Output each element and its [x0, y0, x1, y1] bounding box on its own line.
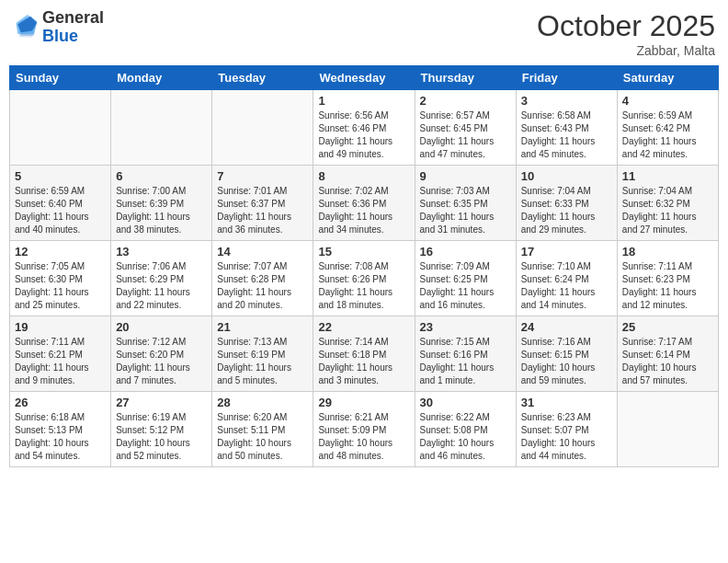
day-number: 29: [318, 396, 409, 409]
day-info: Sunrise: 7:15 AM Sunset: 6:16 PM Dayligh…: [420, 336, 511, 387]
calendar-cell: 9Sunrise: 7:03 AM Sunset: 6:35 PM Daylig…: [415, 166, 516, 241]
column-header-tuesday: Tuesday: [212, 66, 313, 90]
calendar-cell: 7Sunrise: 7:01 AM Sunset: 6:37 PM Daylig…: [212, 166, 313, 241]
day-number: 19: [15, 320, 106, 334]
calendar-cell: 28Sunrise: 6:20 AM Sunset: 5:11 PM Dayli…: [212, 392, 313, 467]
calendar-cell: 30Sunrise: 6:22 AM Sunset: 5:08 PM Dayli…: [415, 392, 516, 467]
page-header: General Blue October 2025 Zabbar, Malta: [9, 9, 719, 58]
day-info: Sunrise: 7:12 AM Sunset: 6:20 PM Dayligh…: [116, 336, 207, 387]
calendar-cell: 20Sunrise: 7:12 AM Sunset: 6:20 PM Dayli…: [111, 316, 212, 392]
calendar-cell: [111, 90, 212, 166]
column-header-thursday: Thursday: [415, 66, 516, 90]
day-info: Sunrise: 7:03 AM Sunset: 6:35 PM Dayligh…: [420, 185, 511, 236]
calendar-cell: 29Sunrise: 6:21 AM Sunset: 5:09 PM Dayli…: [313, 392, 415, 467]
day-number: 7: [217, 169, 308, 183]
day-number: 8: [318, 169, 409, 183]
day-number: 2: [420, 94, 511, 108]
day-info: Sunrise: 7:01 AM Sunset: 6:37 PM Dayligh…: [217, 185, 308, 236]
calendar-week-row: 19Sunrise: 7:11 AM Sunset: 6:21 PM Dayli…: [10, 316, 719, 392]
day-number: 17: [521, 245, 612, 259]
calendar-cell: 4Sunrise: 6:59 AM Sunset: 6:42 PM Daylig…: [617, 90, 718, 166]
calendar-cell: 27Sunrise: 6:19 AM Sunset: 5:12 PM Dayli…: [111, 392, 212, 467]
calendar-header-row: SundayMondayTuesdayWednesdayThursdayFrid…: [10, 66, 719, 90]
day-info: Sunrise: 7:04 AM Sunset: 6:32 PM Dayligh…: [622, 185, 713, 236]
calendar-cell: 8Sunrise: 7:02 AM Sunset: 6:36 PM Daylig…: [313, 166, 415, 241]
day-info: Sunrise: 7:13 AM Sunset: 6:19 PM Dayligh…: [217, 336, 308, 387]
logo-blue: Blue: [42, 27, 78, 45]
day-number: 31: [521, 396, 612, 409]
day-number: 4: [622, 94, 713, 108]
day-number: 18: [622, 245, 713, 259]
day-info: Sunrise: 7:05 AM Sunset: 6:30 PM Dayligh…: [15, 260, 106, 312]
calendar-cell: 25Sunrise: 7:17 AM Sunset: 6:14 PM Dayli…: [617, 316, 718, 392]
day-number: 1: [318, 94, 409, 108]
day-number: 24: [521, 320, 612, 334]
logo-icon: [13, 15, 39, 40]
day-info: Sunrise: 7:09 AM Sunset: 6:25 PM Dayligh…: [420, 260, 511, 312]
day-info: Sunrise: 6:21 AM Sunset: 5:09 PM Dayligh…: [318, 411, 409, 463]
column-header-sunday: Sunday: [10, 66, 111, 90]
calendar-cell: 23Sunrise: 7:15 AM Sunset: 6:16 PM Dayli…: [415, 316, 516, 392]
day-number: 20: [116, 320, 207, 334]
day-info: Sunrise: 7:17 AM Sunset: 6:14 PM Dayligh…: [622, 336, 713, 387]
calendar-cell: 17Sunrise: 7:10 AM Sunset: 6:24 PM Dayli…: [516, 241, 617, 316]
day-number: 9: [420, 169, 511, 183]
calendar-cell: 21Sunrise: 7:13 AM Sunset: 6:19 PM Dayli…: [212, 316, 313, 392]
day-number: 12: [15, 245, 106, 259]
calendar-table: SundayMondayTuesdayWednesdayThursdayFrid…: [9, 65, 719, 467]
day-number: 30: [420, 396, 511, 409]
day-info: Sunrise: 7:11 AM Sunset: 6:23 PM Dayligh…: [622, 260, 713, 312]
calendar-cell: [212, 90, 313, 166]
day-info: Sunrise: 6:56 AM Sunset: 6:46 PM Dayligh…: [318, 109, 409, 161]
calendar-cell: 19Sunrise: 7:11 AM Sunset: 6:21 PM Dayli…: [10, 316, 111, 392]
calendar-cell: 3Sunrise: 6:58 AM Sunset: 6:43 PM Daylig…: [516, 90, 617, 166]
calendar-cell: 11Sunrise: 7:04 AM Sunset: 6:32 PM Dayli…: [617, 166, 718, 241]
day-info: Sunrise: 7:06 AM Sunset: 6:29 PM Dayligh…: [116, 260, 207, 312]
day-info: Sunrise: 6:59 AM Sunset: 6:42 PM Dayligh…: [622, 109, 713, 161]
day-info: Sunrise: 6:18 AM Sunset: 5:13 PM Dayligh…: [15, 411, 106, 463]
calendar-cell: 10Sunrise: 7:04 AM Sunset: 6:33 PM Dayli…: [516, 166, 617, 241]
calendar-cell: 14Sunrise: 7:07 AM Sunset: 6:28 PM Dayli…: [212, 241, 313, 316]
day-number: 6: [116, 169, 207, 183]
calendar-cell: 13Sunrise: 7:06 AM Sunset: 6:29 PM Dayli…: [111, 241, 212, 316]
calendar-week-row: 26Sunrise: 6:18 AM Sunset: 5:13 PM Dayli…: [10, 392, 719, 467]
column-header-monday: Monday: [111, 66, 212, 90]
calendar-cell: [617, 392, 718, 467]
column-header-wednesday: Wednesday: [313, 66, 415, 90]
day-info: Sunrise: 7:11 AM Sunset: 6:21 PM Dayligh…: [15, 336, 106, 387]
day-info: Sunrise: 7:14 AM Sunset: 6:18 PM Dayligh…: [318, 336, 409, 387]
day-info: Sunrise: 7:02 AM Sunset: 6:36 PM Dayligh…: [318, 185, 409, 236]
location-subtitle: Zabbar, Malta: [537, 43, 715, 58]
day-number: 25: [622, 320, 713, 334]
calendar-cell: 31Sunrise: 6:23 AM Sunset: 5:07 PM Dayli…: [516, 392, 617, 467]
logo-general: General: [42, 8, 104, 27]
calendar-cell: 1Sunrise: 6:56 AM Sunset: 6:46 PM Daylig…: [313, 90, 415, 166]
calendar-cell: [10, 90, 111, 166]
calendar-cell: 6Sunrise: 7:00 AM Sunset: 6:39 PM Daylig…: [111, 166, 212, 241]
day-info: Sunrise: 6:57 AM Sunset: 6:45 PM Dayligh…: [420, 109, 511, 161]
calendar-week-row: 12Sunrise: 7:05 AM Sunset: 6:30 PM Dayli…: [10, 241, 719, 316]
calendar-cell: 12Sunrise: 7:05 AM Sunset: 6:30 PM Dayli…: [10, 241, 111, 316]
day-info: Sunrise: 6:22 AM Sunset: 5:08 PM Dayligh…: [420, 411, 511, 463]
day-info: Sunrise: 6:59 AM Sunset: 6:40 PM Dayligh…: [15, 185, 106, 236]
day-info: Sunrise: 7:08 AM Sunset: 6:26 PM Dayligh…: [318, 260, 409, 312]
calendar-cell: 26Sunrise: 6:18 AM Sunset: 5:13 PM Dayli…: [10, 392, 111, 467]
calendar-cell: 2Sunrise: 6:57 AM Sunset: 6:45 PM Daylig…: [415, 90, 516, 166]
calendar-cell: 16Sunrise: 7:09 AM Sunset: 6:25 PM Dayli…: [415, 241, 516, 316]
calendar-cell: 22Sunrise: 7:14 AM Sunset: 6:18 PM Dayli…: [313, 316, 415, 392]
calendar-cell: 5Sunrise: 6:59 AM Sunset: 6:40 PM Daylig…: [10, 166, 111, 241]
day-info: Sunrise: 6:58 AM Sunset: 6:43 PM Dayligh…: [521, 109, 612, 161]
day-number: 15: [318, 245, 409, 259]
calendar-week-row: 5Sunrise: 6:59 AM Sunset: 6:40 PM Daylig…: [10, 166, 719, 241]
column-header-saturday: Saturday: [617, 66, 718, 90]
day-info: Sunrise: 6:20 AM Sunset: 5:11 PM Dayligh…: [217, 411, 308, 463]
day-number: 23: [420, 320, 511, 334]
day-number: 28: [217, 396, 308, 409]
day-number: 11: [622, 169, 713, 183]
logo-text: General Blue: [42, 9, 104, 46]
title-block: October 2025 Zabbar, Malta: [537, 9, 715, 58]
day-number: 5: [15, 169, 106, 183]
month-title: October 2025: [537, 9, 715, 43]
calendar-week-row: 1Sunrise: 6:56 AM Sunset: 6:46 PM Daylig…: [10, 90, 719, 166]
day-info: Sunrise: 7:07 AM Sunset: 6:28 PM Dayligh…: [217, 260, 308, 312]
